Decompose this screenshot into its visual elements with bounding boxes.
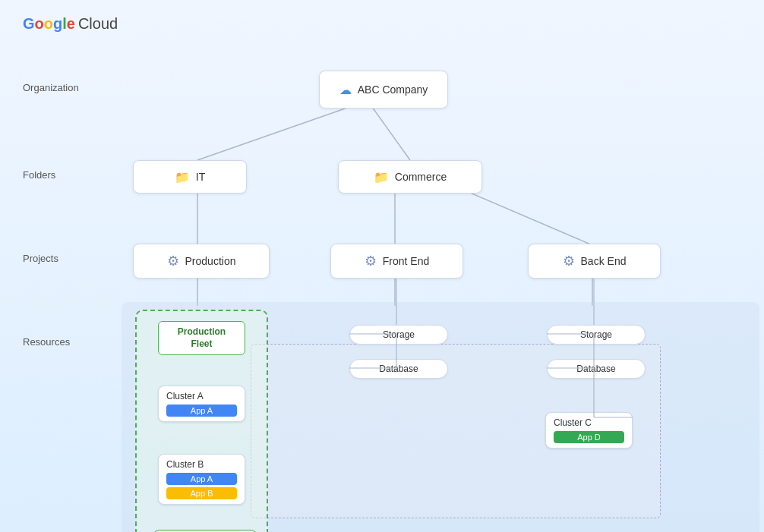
backend-storage-node: Storage (547, 325, 646, 345)
page: Google Cloud Organization Folders Proj (0, 0, 764, 532)
label-resources: Resources (23, 336, 70, 348)
cluster-c-title: Cluster C (554, 417, 624, 428)
label-organization: Organization (23, 82, 79, 93)
google-wordmark: Google (23, 15, 75, 33)
project-production-icon: ⚙ (167, 253, 179, 269)
cluster-a-box: Cluster A App A (158, 386, 245, 422)
cloud-wordmark: Cloud (78, 15, 118, 33)
google-cloud-logo: Google Cloud (23, 15, 741, 33)
org-node: ☁ ABC Company (319, 71, 448, 109)
label-projects: Projects (23, 253, 58, 264)
cluster-b-box: Cluster B App A App B (158, 454, 245, 505)
cluster-b-app-a-badge: App A (166, 473, 237, 485)
project-backend-node: ⚙ Back End (528, 244, 661, 279)
project-production-node: ⚙ Production (133, 244, 270, 279)
folder-commerce-node: 📁 Commerce (338, 160, 482, 194)
label-folders: Folders (23, 169, 55, 181)
diagram: Organization Folders Projects Resources … (23, 40, 741, 504)
project-frontend-node: ⚙ Front End (330, 244, 463, 279)
folder-it-node: 📁 IT (133, 160, 247, 194)
project-frontend-icon: ⚙ (365, 253, 377, 269)
svg-line-0 (197, 107, 349, 160)
backend-database-node: Database (547, 359, 646, 379)
cluster-a-title: Cluster A (166, 391, 237, 401)
app-a-badge: App A (166, 405, 237, 417)
app-d-badge: App D (554, 431, 624, 443)
cluster-c-box: Cluster C App D (545, 412, 633, 449)
folder-it-icon: 📁 (175, 170, 190, 184)
cluster-b-title: Cluster B (166, 459, 237, 470)
svg-line-1 (372, 107, 410, 160)
app-b-badge: App B (166, 487, 237, 499)
frontend-storage-node: Storage (349, 325, 448, 345)
frontend-database-node: Database (349, 359, 448, 379)
folder-commerce-icon: 📁 (374, 170, 389, 184)
project-backend-icon: ⚙ (563, 253, 575, 269)
production-fleet-label: ProductionFleet (158, 321, 245, 355)
org-icon: ☁ (339, 83, 352, 97)
